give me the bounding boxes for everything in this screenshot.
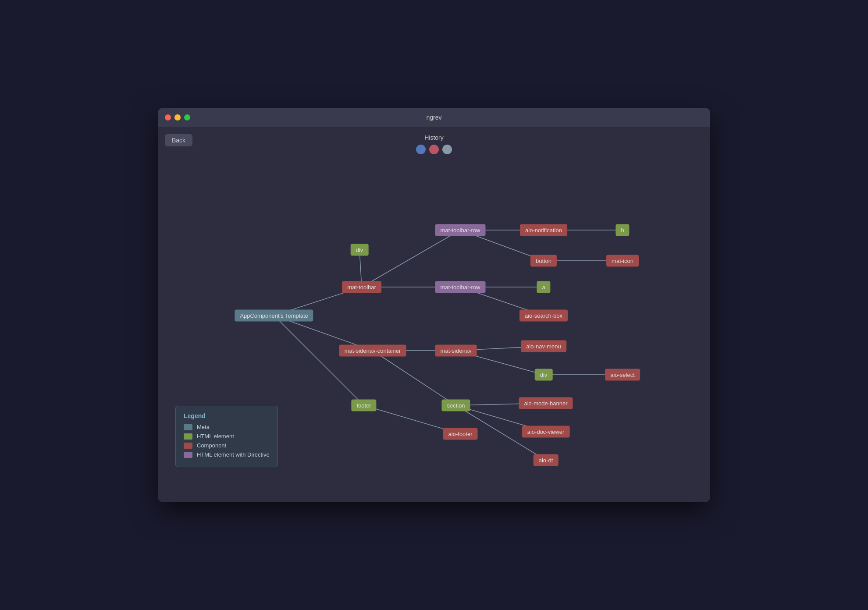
legend-color-component (184, 443, 192, 449)
legend-label-component: Component (197, 442, 226, 449)
node-mat-sidenav-container[interactable]: mat-sidenav-container (339, 345, 406, 357)
node-div-toolbar[interactable]: div (351, 244, 369, 256)
node-aio-doc-viewer[interactable]: aio-doc-viewer (522, 426, 570, 438)
legend-items: MetaHTML elementComponentHTML element wi… (184, 424, 270, 458)
legend-label-meta: Meta (197, 424, 210, 430)
back-button[interactable]: Back (165, 134, 192, 146)
history-section: History (416, 134, 452, 154)
node-button[interactable]: button (530, 255, 557, 267)
legend-color-html (184, 433, 192, 440)
node-mat-icon[interactable]: mat-icon (606, 255, 639, 267)
legend: Legend MetaHTML elementComponentHTML ele… (175, 406, 278, 467)
traffic-lights (165, 114, 190, 121)
legend-item-meta: Meta (184, 424, 270, 430)
node-mat-toolbar[interactable]: mat-toolbar (342, 281, 381, 293)
history-dots (416, 145, 452, 154)
node-aio-mode-banner[interactable]: aio-mode-banner (519, 397, 573, 409)
node-b[interactable]: b (615, 224, 629, 236)
node-div-sidenav[interactable]: div (535, 369, 553, 380)
legend-item-html: HTML element (184, 433, 270, 440)
node-aio-select[interactable]: aio-select (605, 369, 640, 380)
legend-item-component: Component (184, 442, 270, 449)
maximize-button[interactable] (184, 114, 190, 121)
history-dot[interactable] (429, 145, 439, 154)
node-a[interactable]: a (537, 281, 550, 293)
history-label: History (424, 134, 444, 141)
window-title: ngrev (426, 114, 441, 121)
node-mat-sidenav[interactable]: mat-sidenav (435, 345, 477, 357)
node-mat-toolbar-row-1[interactable]: mat-toolbar-row (435, 224, 485, 236)
minimize-button[interactable] (174, 114, 181, 121)
legend-color-meta (184, 424, 192, 430)
close-button[interactable] (165, 114, 171, 121)
history-dot[interactable] (416, 145, 426, 154)
svg-line-13 (373, 351, 456, 405)
node-mat-toolbar-row-2[interactable]: mat-toolbar-row (435, 281, 485, 293)
node-section[interactable]: section (441, 400, 470, 411)
history-dot[interactable] (442, 145, 452, 154)
legend-item-directive: HTML element with Directive (184, 451, 270, 458)
node-aio-footer[interactable]: aio-footer (443, 428, 478, 440)
legend-label-directive: HTML element with Directive (197, 451, 270, 458)
app-window: ngrev Back History AppComponent's Templa… (158, 108, 710, 502)
svg-line-4 (362, 230, 460, 287)
node-aio-nav-menu[interactable]: aio-nav-menu (521, 340, 566, 352)
node-aio-dt[interactable]: aio-dt (534, 454, 559, 466)
legend-label-html: HTML element (197, 433, 234, 440)
node-app-template[interactable]: AppComponent's Template (235, 310, 313, 322)
svg-line-2 (274, 316, 364, 405)
content-area: Back History AppComponent's Templatemat-… (158, 127, 710, 502)
legend-title: Legend (184, 412, 270, 419)
node-footer[interactable]: footer (351, 400, 376, 411)
node-aio-notification[interactable]: aio-notification (520, 224, 567, 236)
node-aio-search-box[interactable]: aio-search-box (519, 310, 568, 322)
legend-color-directive (184, 452, 192, 458)
title-bar: ngrev (158, 108, 710, 127)
